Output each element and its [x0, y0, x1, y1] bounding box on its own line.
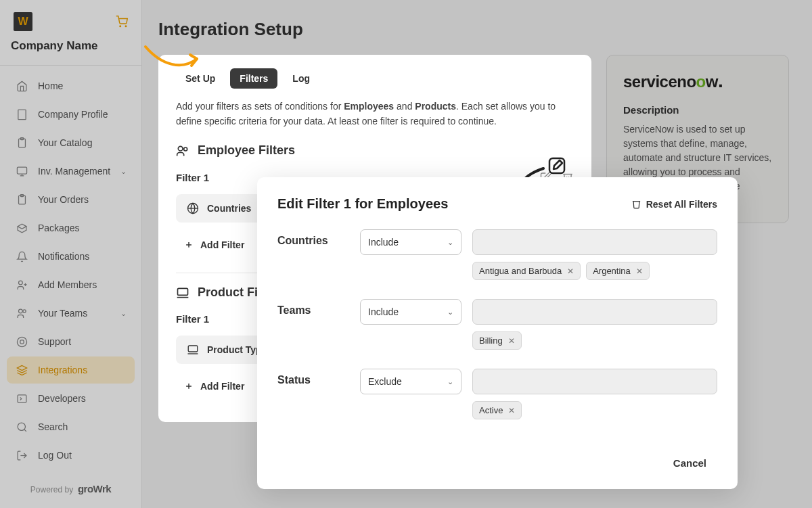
nav-label: Your Teams — [38, 308, 87, 319]
chevron-down-icon: ⌄ — [120, 309, 127, 318]
brand-logo: W — [14, 12, 32, 31]
sidebar-item-orders[interactable]: Your Orders — [7, 186, 135, 213]
svg-rect-2 — [18, 110, 25, 119]
sidebar-item-integrations[interactable]: Integrations — [7, 356, 135, 384]
laptop-icon — [176, 286, 189, 300]
filter-label: Countries — [277, 229, 360, 247]
modal-title: Edit Filter 1 for Employees — [277, 196, 448, 212]
chip-remove[interactable]: ✕ — [636, 267, 643, 276]
svg-rect-32 — [178, 288, 188, 295]
chevron-down-icon: ⌄ — [447, 238, 453, 247]
monitor-icon — [15, 164, 28, 178]
nav-label: Your Orders — [38, 194, 89, 205]
users-icon — [176, 144, 189, 158]
sidebar: W Company Name Home Company Profile Your… — [0, 0, 142, 508]
sidebar-item-add-members[interactable]: Add Members — [7, 271, 135, 298]
tab-description: Add your filters as sets of conditions f… — [176, 99, 574, 129]
sidebar-item-packages[interactable]: Packages — [7, 214, 135, 241]
reset-filters-button[interactable]: Reset All Filters — [631, 199, 717, 210]
tab-setup[interactable]: Set Up — [176, 68, 225, 89]
nav-label: Inv. Management — [38, 166, 110, 177]
lifebuoy-icon — [15, 335, 28, 348]
svg-line-26 — [24, 429, 26, 431]
sidebar-item-teams[interactable]: Your Teams ⌄ — [7, 300, 135, 327]
value-input[interactable] — [472, 369, 717, 394]
tabs: Set Up Filters Log — [176, 68, 574, 89]
sidebar-item-support[interactable]: Support — [7, 328, 135, 355]
svg-point-20 — [22, 309, 25, 312]
layers-icon — [15, 363, 28, 377]
chevron-down-icon: ⌄ — [447, 308, 453, 317]
nav-label: Add Members — [38, 279, 97, 290]
sidebar-item-search[interactable]: Search — [7, 413, 135, 440]
users-icon — [15, 306, 28, 320]
chip: Active✕ — [472, 401, 522, 419]
plus-icon: ＋ — [184, 380, 194, 392]
edit-filter-modal: Edit Filter 1 for Employees Reset All Fi… — [257, 177, 738, 489]
company-name: Company Name — [7, 39, 135, 53]
mode-select[interactable]: Include⌄ — [360, 299, 461, 325]
powered-by: Powered by groWrk — [0, 483, 141, 494]
employees-section-header: Employee Filters — [176, 143, 574, 158]
sidebar-item-catalog[interactable]: Your Catalog — [7, 129, 135, 156]
svg-point-22 — [20, 340, 24, 344]
globe-icon — [187, 202, 199, 214]
page-title: Integration Setup — [158, 19, 796, 40]
value-input[interactable] — [472, 299, 717, 325]
chip: Argentina✕ — [586, 262, 650, 280]
tab-filters[interactable]: Filters — [230, 68, 277, 89]
nav-label: Integrations — [38, 365, 87, 375]
nav-label: Home — [38, 80, 63, 91]
mode-select[interactable]: Exclude⌄ — [360, 369, 461, 394]
clipboard-icon — [15, 193, 28, 206]
laptop-icon — [187, 344, 199, 356]
sidebar-item-notifications[interactable]: Notifications — [7, 243, 135, 270]
filter-row-countries: Countries Include⌄ Antigua and Barbuda✕ … — [277, 229, 717, 280]
package-icon — [15, 221, 28, 235]
info-description-label: Description — [623, 104, 772, 116]
svg-rect-34 — [188, 346, 198, 352]
logout-icon — [15, 448, 28, 462]
nav-label: Support — [38, 336, 71, 347]
nav-label: Notifications — [38, 251, 89, 262]
filter-row-teams: Teams Include⌄ Billing✕ — [277, 299, 717, 350]
sidebar-item-home[interactable]: Home — [7, 72, 135, 99]
clipboard-icon — [15, 136, 28, 149]
nav-label: Company Profile — [38, 109, 108, 120]
users-plus-icon — [15, 278, 28, 292]
svg-point-28 — [178, 146, 183, 151]
home-icon — [15, 79, 28, 93]
search-icon — [15, 420, 28, 434]
sidebar-item-logout[interactable]: Log Out — [7, 442, 135, 469]
tab-log[interactable]: Log — [283, 68, 319, 89]
chip-remove[interactable]: ✕ — [567, 267, 574, 276]
svg-point-29 — [184, 147, 187, 151]
sidebar-item-inventory[interactable]: Inv. Management ⌄ — [7, 158, 135, 185]
value-input[interactable] — [472, 229, 717, 255]
nav-label: Search — [38, 421, 68, 432]
terminal-icon — [15, 392, 28, 405]
nav-label: Your Catalog — [38, 137, 92, 148]
svg-marker-23 — [17, 365, 26, 370]
sidebar-item-developers[interactable]: Developers — [7, 385, 135, 412]
sidebar-item-company[interactable]: Company Profile — [7, 101, 135, 128]
chip-remove[interactable]: ✕ — [508, 336, 515, 346]
svg-rect-11 — [17, 167, 26, 174]
filter-row-status: Status Exclude⌄ Active✕ — [277, 369, 717, 419]
plus-icon: ＋ — [184, 239, 194, 251]
chip: Billing✕ — [472, 331, 522, 350]
svg-point-16 — [18, 281, 22, 285]
trash-icon — [631, 199, 641, 209]
chip-remove[interactable]: ✕ — [508, 406, 515, 415]
svg-point-0 — [120, 26, 121, 27]
building-icon — [15, 108, 28, 121]
mode-select[interactable]: Include⌄ — [360, 229, 461, 255]
cancel-button[interactable]: Cancel — [662, 452, 717, 474]
cart-icon[interactable] — [116, 16, 128, 28]
chip: Antigua and Barbuda✕ — [472, 262, 581, 280]
filter-name: Filter 1 — [176, 313, 209, 325]
svg-point-1 — [125, 26, 127, 27]
filter-label: Teams — [277, 299, 360, 317]
filter-label: Status — [277, 369, 360, 386]
filter-name: Filter 1 — [176, 172, 209, 183]
